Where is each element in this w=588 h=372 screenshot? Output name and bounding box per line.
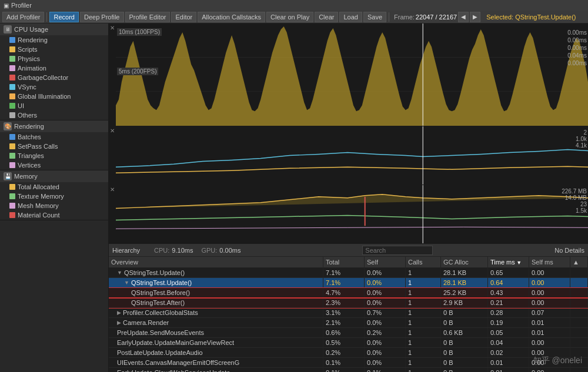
gpu-filter-label: GPU: [201,247,217,254]
row7-timems: 0.04 [488,338,529,347]
sidebar-item-gi[interactable]: Global Illumination [0,92,108,101]
rendering-val-3: 4.1k [576,142,587,149]
row7-self: 0.0% [365,338,406,347]
row6-gcalloc: 0.6 KB [441,328,488,337]
row2-self: 0.0% [365,288,406,297]
row6-selfms: 0.01 [529,328,570,337]
cpu-section-header[interactable]: 🖥 CPU Usage [0,24,108,35]
sidebar-item-scripts[interactable]: Scripts [0,45,108,54]
cpu-val-4: 0.04ms [567,52,587,59]
allocation-callstacks-button[interactable]: Allocation Callstacks [198,12,265,22]
sidebar-item-ui[interactable]: UI [0,101,108,110]
title-label: Profiler [11,2,32,9]
sidebar-item-gc[interactable]: GarbageCollector [0,73,108,82]
row3-name: QStringTest.After() [109,298,323,307]
vertices-label: Vertices [18,162,41,169]
sidebar-item-material-count[interactable]: Material Count [0,210,108,220]
batches-label: Batches [18,133,41,140]
th-selfms[interactable]: Self ms [529,257,570,267]
th-timems[interactable]: Time ms [488,257,529,267]
clear-button[interactable]: Clear [315,12,338,22]
row1-gcalloc: 28.1 KB [441,278,488,287]
table-row[interactable]: PostLateUpdate.UpdateAudio 0.2% 0.0% 1 0… [109,348,588,358]
memory-chart-close[interactable]: ✕ [110,186,115,193]
sidebar-item-vertices[interactable]: Vertices [0,160,108,170]
clear-on-play-button[interactable]: Clear on Play [266,12,313,22]
table-row[interactable]: EarlyUpdate.UpdateMainGameViewRect 0.5% … [109,338,588,348]
vertices-color [9,162,15,168]
th-total[interactable]: Total [323,257,365,267]
table-row[interactable]: ▶ Camera.Render 2.1% 0.0% 1 0 B 0.19 0.0… [109,318,588,328]
row9-name: UIEvents.CanvasManagerEmitOffScreenG [109,358,323,367]
record-button[interactable]: Record [49,12,78,22]
row10-name: EarlyUpdate.CloudWebServicesUpdate [109,368,323,372]
sidebar-item-triangles[interactable]: Triangles [0,151,108,160]
sidebar-item-total-allocated[interactable]: Total Allocated [0,182,108,192]
memory-val-3: 23 [562,201,587,207]
th-gcalloc[interactable]: GC Alloc [441,257,488,267]
prev-frame-button[interactable]: ◀ [458,12,469,22]
table-row[interactable]: ▼ QStringTest.Update() 7.1% 0.0% 1 28.1 … [109,268,588,278]
toolbar-sep-1 [46,12,47,22]
memory-chart-svg [116,185,588,243]
row0-timems: 0.65 [488,268,529,277]
sidebar-item-batches[interactable]: Batches [0,132,108,142]
row7-calls: 1 [406,338,441,347]
profile-editor-button[interactable]: Profile Editor [125,12,171,22]
th-calls[interactable]: Calls [406,257,441,267]
content-area: ✕ 10ms (100FPS) 5ms (200FPS) 0.00ms 0.00… [109,24,588,372]
gi-label: Global Illumination [18,93,71,100]
row0-total: 7.1% [323,268,365,277]
search-input[interactable] [362,246,433,255]
cpu-section: 🖥 CPU Usage Rendering Scripts Physics An… [0,24,108,120]
row3-calls: 1 [406,298,441,307]
th-self[interactable]: Self [365,257,406,267]
rendering-section-header[interactable]: 🎨 Rendering [0,120,108,132]
row9-timems: 0.01 [488,358,529,367]
row6-name: PreUpdate.SendMouseEvents [109,328,323,337]
sidebar-item-others[interactable]: Others [0,110,108,120]
sidebar-item-animation[interactable]: Animation [0,63,108,73]
row8-total: 0.2% [323,348,365,357]
row1-extra [570,278,588,287]
sidebar-item-physics[interactable]: Physics [0,54,108,63]
editor-button[interactable]: Editor [171,12,196,22]
next-frame-button[interactable]: ▶ [470,12,480,22]
row3-total: 2.3% [323,298,365,307]
save-button[interactable]: Save [363,12,386,22]
table-container: Overview Total Self Calls GC Alloc Time … [109,257,588,372]
table-row-highlighted-2[interactable]: QStringTest.After() 2.3% 0.0% 1 2.9 KB 0… [109,298,588,308]
row6-self: 0.2% [365,328,406,337]
table-row[interactable]: PreUpdate.SendMouseEvents 0.6% 0.2% 1 0.… [109,328,588,338]
sidebar-item-mesh-memory[interactable]: Mesh Memory [0,201,108,210]
animation-color [9,65,15,71]
row4-self: 0.7% [365,308,406,317]
table-row[interactable]: EarlyUpdate.CloudWebServicesUpdate 0.1% … [109,368,588,372]
deep-profile-button[interactable]: Deep Profile [80,12,124,22]
memory-icon: 💾 [4,172,12,180]
row7-extra [570,338,588,347]
memory-section-header[interactable]: 💾 Memory [0,170,108,182]
add-profiler-button[interactable]: Add Profiler [2,12,44,22]
cpu-chart-close[interactable]: ✕ [110,25,115,31]
sidebar-item-vsync[interactable]: VSync [0,82,108,92]
expand-icon[interactable]: ▶ [117,320,121,326]
sidebar-item-setpass[interactable]: SetPass Calls [0,142,108,151]
expand-icon[interactable]: ▶ [117,310,121,316]
rendering-chart-close[interactable]: ✕ [110,128,115,134]
sidebar-item-texture-memory[interactable]: Texture Memory [0,192,108,201]
load-button[interactable]: Load [339,12,362,22]
setpass-color [9,143,15,149]
table-row-selected[interactable]: ▼ QStringTest.Update() 7.1% 0.0% 1 28.1 … [109,278,588,288]
th-sort[interactable]: ▲ [570,257,588,267]
expand-icon[interactable]: ▼ [124,280,129,286]
expand-icon[interactable]: ▼ [117,270,122,276]
sidebar-item-rendering[interactable]: Rendering [0,35,108,45]
table-row-highlighted-1[interactable]: QStringTest.Before() 4.7% 0.0% 1 25.2 KB… [109,288,588,298]
table-row[interactable]: ▶ Profiler.CollectGlobalStats 3.1% 0.7% … [109,308,588,318]
memory-val-4: 1.5k [562,207,587,214]
row2-total: 4.7% [323,288,365,297]
table-row[interactable]: UIEvents.CanvasManagerEmitOffScreenG 0.1… [109,358,588,368]
row6-timems: 0.05 [488,328,529,337]
row2-extra [570,288,588,297]
